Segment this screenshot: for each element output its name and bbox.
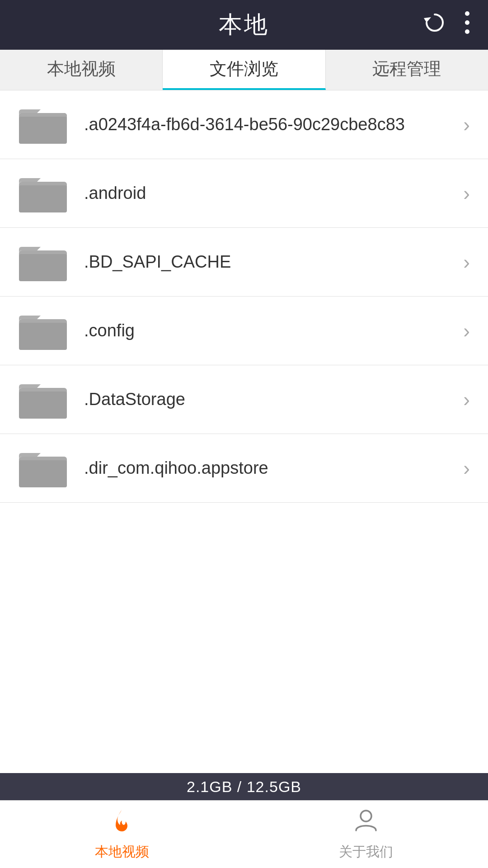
storage-bar: 2.1GB / 12.5GB xyxy=(0,773,488,800)
person-icon xyxy=(353,808,379,839)
chevron-icon: › xyxy=(463,251,470,274)
tab-local-video[interactable]: 本地视频 xyxy=(0,50,163,90)
svg-point-17 xyxy=(361,811,371,821)
nav-label-about-us: 关于我们 xyxy=(339,843,393,861)
svg-rect-8 xyxy=(19,185,67,212)
top-bar: 本地 xyxy=(0,0,488,50)
file-name: .config xyxy=(84,321,463,340)
list-item[interactable]: .BD_SAPI_CACHE › xyxy=(0,228,488,297)
svg-marker-0 xyxy=(424,17,431,23)
chevron-icon: › xyxy=(463,113,470,136)
folder-icon xyxy=(18,447,68,490)
chevron-icon: › xyxy=(463,388,470,411)
top-bar-actions xyxy=(423,11,470,39)
chevron-icon: › xyxy=(463,457,470,480)
folder-icon xyxy=(18,241,68,283)
more-button[interactable] xyxy=(465,11,470,39)
nav-label-local-video: 本地视频 xyxy=(95,843,149,861)
list-item[interactable]: .config › xyxy=(0,297,488,365)
svg-point-3 xyxy=(465,29,469,34)
svg-rect-16 xyxy=(19,460,67,487)
page-title: 本地 xyxy=(219,9,269,41)
file-name: .BD_SAPI_CACHE xyxy=(84,252,463,272)
folder-icon xyxy=(18,172,68,215)
storage-label: 2.1GB / 12.5GB xyxy=(187,778,301,796)
svg-point-2 xyxy=(465,20,469,25)
list-item[interactable]: .android › xyxy=(0,159,488,228)
bottom-nav: 本地视频 关于我们 xyxy=(0,800,488,868)
refresh-button[interactable] xyxy=(423,11,446,39)
file-name: .a0243f4a-fb6d-3614-be56-90c29cbe8c83 xyxy=(84,115,463,134)
svg-point-1 xyxy=(465,11,469,16)
folder-icon xyxy=(18,378,68,421)
chevron-icon: › xyxy=(463,320,470,342)
list-item[interactable]: .DataStorage › xyxy=(0,365,488,434)
file-list: .a0243f4a-fb6d-3614-be56-90c29cbe8c83 › … xyxy=(0,90,488,773)
nav-item-about-us[interactable]: 关于我们 xyxy=(244,808,488,861)
folder-icon xyxy=(18,309,68,352)
file-name: .android xyxy=(84,184,463,203)
fire-icon xyxy=(109,808,135,839)
file-name: .dir_com.qihoo.appstore xyxy=(84,458,463,478)
tab-bar: 本地视频 文件浏览 远程管理 xyxy=(0,50,488,90)
tab-file-browser[interactable]: 文件浏览 xyxy=(163,50,325,90)
svg-rect-14 xyxy=(19,392,67,419)
svg-rect-10 xyxy=(19,254,67,281)
nav-item-local-video[interactable]: 本地视频 xyxy=(0,808,244,861)
folder-icon xyxy=(18,103,68,146)
list-item[interactable]: .dir_com.qihoo.appstore › xyxy=(0,434,488,503)
file-name: .DataStorage xyxy=(84,390,463,409)
svg-rect-12 xyxy=(19,323,67,350)
tab-remote-manage[interactable]: 远程管理 xyxy=(326,50,488,90)
list-item[interactable]: .a0243f4a-fb6d-3614-be56-90c29cbe8c83 › xyxy=(0,90,488,159)
svg-rect-6 xyxy=(19,117,67,144)
chevron-icon: › xyxy=(463,182,470,205)
